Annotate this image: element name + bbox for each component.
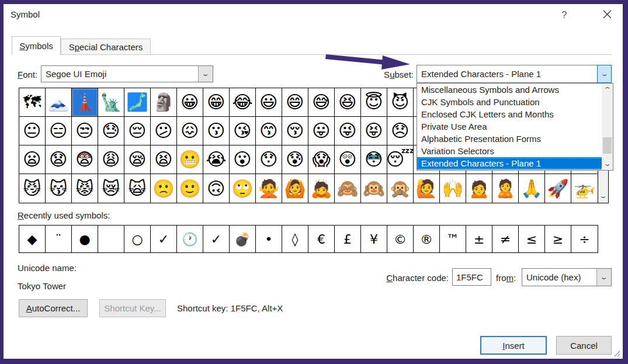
symbol-cell[interactable]: 🙆 (282, 174, 308, 203)
symbol-cell[interactable]: 🙂 (177, 174, 203, 203)
symbol-cell[interactable]: 😐 (19, 117, 46, 145)
recent-symbol-cell[interactable]: ¨ (46, 226, 72, 252)
symbol-cell[interactable]: 🚀 (545, 174, 571, 203)
help-button[interactable]: ? (556, 8, 573, 23)
symbol-cell[interactable]: 🙃 (203, 174, 230, 203)
symbol-cell[interactable]: 😔 (124, 117, 151, 145)
symbol-cell[interactable]: 😯 (256, 145, 282, 174)
subset-dropdown-item[interactable]: CJK Symbols and Punctuation (417, 96, 613, 108)
recent-symbol-cell[interactable]: ● (72, 226, 98, 252)
symbol-cell[interactable]: 🙌 (440, 174, 466, 203)
recent-symbol-cell[interactable]: ◊ (282, 226, 308, 252)
symbol-cell[interactable]: 😈 (387, 88, 414, 117)
symbol-cell[interactable]: 🙅 (256, 174, 282, 203)
symbol-cell[interactable]: 🙎 (492, 174, 519, 203)
close-button[interactable] (597, 7, 617, 23)
insert-button[interactable]: Insert (480, 336, 547, 355)
symbol-cell[interactable]: 🗾 (124, 88, 151, 117)
symbol-cell[interactable]: 🙈 (335, 174, 361, 203)
symbol-cell[interactable]: 😄 (282, 88, 308, 117)
symbol-cell[interactable]: 😆 (335, 88, 361, 117)
subset-dropdown-item[interactable]: Miscellaneous Symbols and Arrows (417, 84, 613, 96)
symbol-cell[interactable]: 🙍 (466, 174, 492, 203)
symbol-cell[interactable]: 😂 (230, 88, 256, 117)
symbol-cell[interactable]: 😼 (19, 174, 46, 203)
scroll-down-icon[interactable]: ⌄ (602, 161, 613, 167)
symbol-cell[interactable]: 🗺 (19, 88, 46, 117)
symbol-cell[interactable]: 😨 (72, 145, 98, 174)
symbol-cell[interactable]: 😲 (335, 145, 361, 174)
symbol-cell[interactable]: 😃 (256, 88, 282, 117)
scroll-up-icon[interactable]: ⌃ (602, 86, 613, 93)
symbol-cell[interactable]: 😬 (177, 145, 203, 174)
symbol-cell[interactable]: 😦 (19, 145, 46, 174)
symbol-cell[interactable]: 🚁 (571, 174, 598, 203)
recent-symbol-cell[interactable]: 💣 (230, 226, 256, 252)
symbol-cell[interactable]: 🙏 (519, 174, 545, 203)
recent-symbol-cell[interactable]: ± (466, 226, 492, 252)
cancel-button[interactable]: Cancel (556, 336, 612, 355)
symbol-cell[interactable]: 😗 (203, 117, 230, 145)
recent-symbol-cell[interactable]: ✓ (203, 226, 230, 252)
recent-symbol-cell[interactable]: ÷ (571, 226, 598, 252)
recent-symbol-cell[interactable]: ¥ (361, 226, 387, 252)
symbol-cell[interactable]: 😪 (124, 145, 151, 174)
symbol-cell[interactable]: 😅 (308, 88, 335, 117)
symbol-cell[interactable]: 🗼 (72, 88, 98, 117)
symbol-cell[interactable]: 😛 (308, 117, 335, 145)
dropdown-scrollbar[interactable]: ⌃ ⌄ (602, 84, 613, 170)
recent-symbol-cell[interactable]: 🕐 (177, 226, 203, 252)
subset-dropdown-item[interactable]: Extended Characters - Plane 1 (417, 157, 613, 169)
symbol-cell[interactable]: 😖 (177, 117, 203, 145)
symbol-cell[interactable]: 😳 (361, 145, 387, 174)
subset-dropdown-item[interactable]: Variation Selectors (417, 145, 613, 157)
recent-symbol-cell[interactable]: © (387, 226, 414, 252)
symbol-cell[interactable]: 😮 (230, 145, 256, 174)
symbol-cell[interactable]: 😁 (203, 88, 230, 117)
recent-symbol-cell[interactable]: ✓ (151, 226, 177, 252)
symbol-cell[interactable]: 😜 (335, 117, 361, 145)
symbol-cell[interactable]: 😱 (308, 145, 335, 174)
symbol-cell[interactable]: 😕 (151, 117, 177, 145)
symbol-cell[interactable]: 🙄 (230, 174, 256, 203)
symbol-cell[interactable]: 🙋 (414, 174, 440, 203)
from-dropdown-button[interactable]: ⌄ (596, 269, 611, 286)
symbol-cell[interactable]: 🗽 (98, 88, 124, 117)
scroll-down-icon[interactable]: ⌄ (598, 193, 608, 199)
from-combobox[interactable]: Unicode (hex) ⌄ (522, 268, 612, 286)
symbol-cell[interactable]: 😇 (361, 88, 387, 117)
recent-symbol-cell[interactable]: • (256, 226, 282, 252)
recent-symbol-cell[interactable]: € (308, 226, 335, 252)
symbol-cell[interactable]: 😙 (256, 117, 282, 145)
symbol-cell[interactable]: 🙊 (387, 174, 414, 203)
symbol-cell[interactable]: 😒 (72, 117, 98, 145)
symbol-cell[interactable]: 😓 (98, 117, 124, 145)
font-dropdown-button[interactable]: ⌄ (198, 66, 213, 82)
symbol-cell[interactable]: 😚 (282, 117, 308, 145)
recent-symbol-cell[interactable]: ™ (440, 226, 466, 252)
subset-dropdown-button[interactable]: ⌄ (597, 65, 612, 83)
symbol-cell[interactable]: 😧 (46, 145, 72, 174)
recent-symbol-cell[interactable]: ≤ (519, 226, 545, 252)
symbol-cell[interactable]: 😞 (387, 117, 414, 145)
autocorrect-button[interactable]: AutoCorrect... (19, 299, 88, 317)
symbol-cell[interactable]: 🙉 (361, 174, 387, 203)
symbol-cell[interactable]: 😿 (98, 174, 124, 203)
recent-symbol-cell[interactable]: ® (414, 226, 440, 252)
resize-grip[interactable] (612, 349, 620, 359)
character-code-input[interactable] (452, 268, 491, 286)
symbol-cell[interactable]: 😀 (177, 88, 203, 117)
tab-symbols[interactable]: Symbols (12, 36, 61, 55)
font-combobox[interactable]: Segoe UI Emoji ⌄ (41, 65, 213, 82)
recent-symbol-cell[interactable]: ◆ (19, 226, 46, 252)
subset-dropdown-item[interactable]: Private Use Area (417, 120, 613, 133)
symbol-cell[interactable]: 😘 (230, 117, 256, 145)
symbol-cell[interactable]: 😾 (72, 174, 98, 203)
recent-symbol-cell[interactable] (98, 226, 124, 252)
symbol-cell[interactable]: 😭 (203, 145, 230, 174)
symbol-cell[interactable]: 😑 (46, 117, 72, 145)
subset-dropdown-item[interactable]: Enclosed CJK Letters and Months (417, 108, 613, 120)
recent-symbol-cell[interactable]: ≥ (545, 226, 571, 252)
symbol-cell[interactable]: 😫 (151, 145, 177, 174)
symbol-cell[interactable]: 😴 (387, 145, 414, 174)
